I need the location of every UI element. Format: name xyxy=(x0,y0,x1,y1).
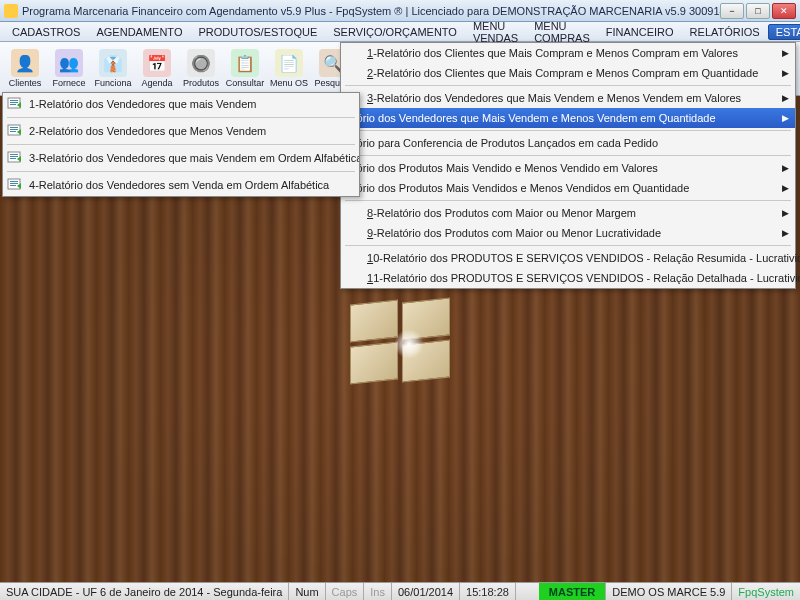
status-demo: DEMO OS MARCE 5.9 xyxy=(606,583,732,600)
menu-agendamento[interactable]: AGENDAMENTO xyxy=(88,24,190,40)
svg-rect-13 xyxy=(10,181,18,182)
status-master: MASTER xyxy=(539,583,606,600)
fornece-icon: 👥 xyxy=(55,49,83,77)
status-caps: Caps xyxy=(326,583,365,600)
vendedores-submenu: 1-Relatório dos Vendedores que mais Vend… xyxy=(2,92,360,197)
submenu-arrow-icon: ▶ xyxy=(782,93,789,103)
svg-rect-6 xyxy=(10,129,18,130)
menu-relatrios[interactable]: RELATÓRIOS xyxy=(682,24,768,40)
submenu-arrow-icon: ▶ xyxy=(782,113,789,123)
consultar-icon: 📋 xyxy=(231,49,259,77)
menu-separator xyxy=(7,171,355,172)
minimize-button[interactable]: − xyxy=(720,3,744,19)
clientes-icon: 👤 xyxy=(11,49,39,77)
menu-separator xyxy=(345,155,791,156)
dropdown-item[interactable]: 3-Relatório dos Vendedores que Mais Vend… xyxy=(341,88,795,108)
maximize-button[interactable]: □ xyxy=(746,3,770,19)
estatistica-dropdown-menu: 1-Relatório dos Clientes que Mais Compra… xyxy=(340,42,796,289)
app-icon xyxy=(4,4,18,18)
report-icon xyxy=(7,150,23,164)
status-date: 06/01/2014 xyxy=(392,583,460,600)
produtos-icon: 🔘 xyxy=(187,49,215,77)
title-bar: Programa Marcenaria Financeiro com Agend… xyxy=(0,0,800,22)
menu-separator xyxy=(345,200,791,201)
toolbar-consultar-button[interactable]: 📋Consultar xyxy=(224,45,266,93)
menu-separator xyxy=(7,144,355,145)
menu-separator xyxy=(345,130,791,131)
submenu-arrow-icon: ▶ xyxy=(782,228,789,238)
submenu-item[interactable]: 2-Relatório dos Vendedores que Menos Ven… xyxy=(3,120,359,142)
dropdown-item[interactable]: latório dos Vendedores que Mais Vendem e… xyxy=(341,108,795,128)
dropdown-item[interactable]: 8-Relatório dos Produtos com Maior ou Me… xyxy=(341,203,795,223)
submenu-arrow-icon: ▶ xyxy=(782,68,789,78)
svg-rect-15 xyxy=(10,185,16,186)
windows-logo-image xyxy=(340,294,460,394)
submenu-item[interactable]: 1-Relatório dos Vendedores que mais Vend… xyxy=(3,93,359,115)
svg-rect-3 xyxy=(10,104,16,105)
status-time: 15:18:28 xyxy=(460,583,516,600)
report-icon xyxy=(7,177,23,191)
menu-financeiro[interactable]: FINANCEIRO xyxy=(598,24,682,40)
window-controls: − □ ✕ xyxy=(720,3,796,19)
svg-rect-11 xyxy=(10,158,16,159)
menu os-icon: 📄 xyxy=(275,49,303,77)
menu-produtosestoque[interactable]: PRODUTOS/ESTOQUE xyxy=(190,24,325,40)
svg-rect-10 xyxy=(10,156,18,157)
status-ins: Ins xyxy=(364,583,392,600)
status-brand: FpqSystem xyxy=(732,583,800,600)
menu-serviooramento[interactable]: SERVIÇO/ORÇAMENTO xyxy=(325,24,465,40)
menu-estatistica[interactable]: ESTATISTICA xyxy=(768,24,800,40)
report-icon xyxy=(7,123,23,137)
submenu-arrow-icon: ▶ xyxy=(782,208,789,218)
close-button[interactable]: ✕ xyxy=(772,3,796,19)
report-icon xyxy=(7,96,23,110)
menu-separator xyxy=(345,85,791,86)
toolbar-clientes-button[interactable]: 👤Clientes xyxy=(4,45,46,93)
dropdown-item[interactable]: 9-Relatório dos Produtos com Maior ou Me… xyxy=(341,223,795,243)
svg-rect-2 xyxy=(10,102,18,103)
menu-separator xyxy=(345,245,791,246)
svg-rect-1 xyxy=(10,100,18,101)
toolbar-agenda-button[interactable]: 📅Agenda xyxy=(136,45,178,93)
funciona-icon: 👔 xyxy=(99,49,127,77)
dropdown-item[interactable]: latório dos Produtos Mais Vendidos e Men… xyxy=(341,178,795,198)
menu-cadastros[interactable]: CADASTROS xyxy=(4,24,88,40)
toolbar-funciona-button[interactable]: 👔Funciona xyxy=(92,45,134,93)
dropdown-item[interactable]: latório dos Produtos Mais Vendido e Meno… xyxy=(341,158,795,178)
dropdown-item[interactable]: 2-Relatório dos Clientes que Mais Compra… xyxy=(341,63,795,83)
submenu-arrow-icon: ▶ xyxy=(782,163,789,173)
dropdown-item[interactable]: 11-Relatório dos PRODUTOS E SERVIÇOS VEN… xyxy=(341,268,795,288)
toolbar-fornece-button[interactable]: 👥Fornece xyxy=(48,45,90,93)
dropdown-item[interactable]: 1-Relatório dos Clientes que Mais Compra… xyxy=(341,43,795,63)
status-location: SUA CIDADE - UF 6 de Janeiro de 2014 - S… xyxy=(0,583,289,600)
menu-separator xyxy=(7,117,355,118)
submenu-arrow-icon: ▶ xyxy=(782,183,789,193)
submenu-item[interactable]: 4-Relatório dos Vendedores sem Venda em … xyxy=(3,174,359,196)
dropdown-item[interactable]: 10-Relatório dos PRODUTOS E SERVIÇOS VEN… xyxy=(341,248,795,268)
toolbar-produtos-button[interactable]: 🔘Produtos xyxy=(180,45,222,93)
dropdown-item[interactable]: latório para Conferencia de Produtos Lan… xyxy=(341,133,795,153)
agenda-icon: 📅 xyxy=(143,49,171,77)
status-num: Num xyxy=(289,583,325,600)
status-bar: SUA CIDADE - UF 6 de Janeiro de 2014 - S… xyxy=(0,582,800,600)
svg-rect-7 xyxy=(10,131,16,132)
submenu-item[interactable]: 3-Relatório dos Vendedores que mais Vend… xyxy=(3,147,359,169)
window-title: Programa Marcenaria Financeiro com Agend… xyxy=(22,5,720,17)
svg-rect-14 xyxy=(10,183,18,184)
toolbar-menu os-button[interactable]: 📄Menu OS xyxy=(268,45,310,93)
svg-rect-5 xyxy=(10,127,18,128)
submenu-arrow-icon: ▶ xyxy=(782,48,789,58)
svg-rect-9 xyxy=(10,154,18,155)
menu-bar: CADASTROSAGENDAMENTOPRODUTOS/ESTOQUESERV… xyxy=(0,22,800,42)
